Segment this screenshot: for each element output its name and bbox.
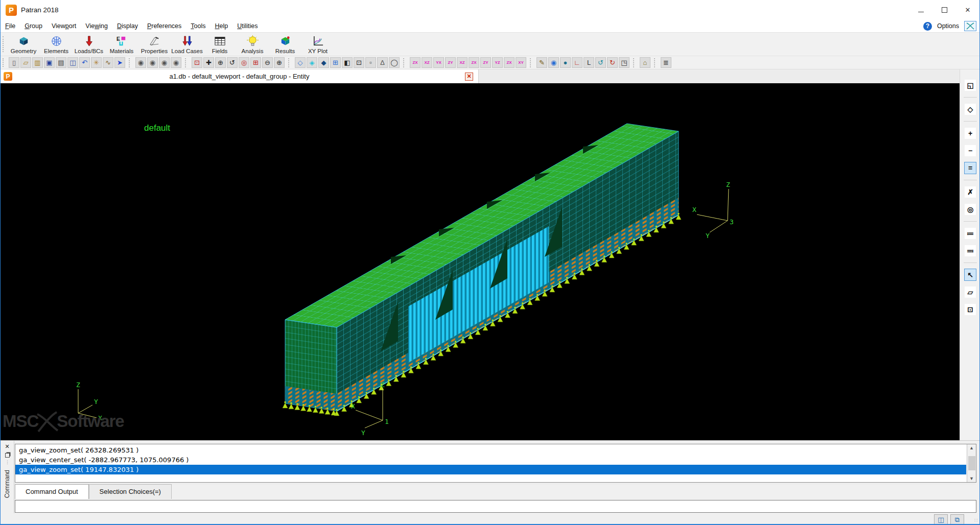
viewport-close-icon[interactable]: ✕	[465, 73, 473, 81]
free-edges-icon[interactable]: ▫	[365, 57, 376, 68]
shaded-globe-icon[interactable]: ●	[560, 57, 571, 68]
lasso-select-icon[interactable]: ◇	[964, 103, 976, 115]
mouse-pan-icon[interactable]: ◉	[159, 57, 170, 68]
xy-plot-button[interactable]: XY Plot	[301, 35, 334, 54]
fields-button[interactable]: Fields	[203, 35, 236, 54]
stop-hand-icon[interactable]: ✳	[91, 57, 102, 68]
sketch-pencil-icon[interactable]: ✎	[536, 57, 547, 68]
view-orientation-icon[interactable]: ZY	[480, 57, 491, 68]
multi-pane-icon[interactable]: ⊞	[330, 57, 341, 68]
menu-utilities[interactable]: Utilities	[232, 21, 262, 31]
copy-icon[interactable]: ◫	[67, 57, 78, 68]
zoom-out-icon[interactable]: ⊖	[262, 57, 273, 68]
viewport-tile-icon[interactable]: ◱	[964, 79, 976, 91]
menu-tools[interactable]: Tools	[186, 21, 210, 31]
resize-grip[interactable]: ∷	[974, 517, 978, 523]
view-orientation-icon[interactable]: XZ	[422, 57, 432, 68]
view-orientation-icon[interactable]: YX	[433, 57, 444, 68]
tab-command-output[interactable]: Command Output	[15, 484, 89, 499]
center-view-icon[interactable]: ⊕	[215, 57, 226, 68]
mouse-zoom-icon[interactable]: ◉	[171, 57, 181, 68]
open-file-icon[interactable]: ▱	[20, 57, 31, 68]
minimize-button[interactable]	[909, 0, 932, 20]
pick-tool-icon[interactable]: ➤	[114, 57, 125, 68]
zoom-window-icon[interactable]: ⊞	[250, 57, 261, 68]
view-orientation-icon[interactable]: ZX	[504, 57, 515, 68]
hiddenline-cube-icon[interactable]: ◈	[307, 57, 317, 68]
pan-view-icon[interactable]: ✚	[203, 57, 214, 68]
close-button[interactable]: ✕	[956, 0, 979, 20]
spin-view-icon[interactable]: ◎	[239, 57, 249, 68]
wireframe-globe-icon[interactable]: ◉	[548, 57, 559, 68]
fit-view-icon[interactable]: ⊡	[192, 57, 202, 68]
menu-help[interactable]: Help	[211, 21, 233, 31]
command-output-line[interactable]: ga_view_zoom_set( 19147.832031 )	[15, 465, 966, 474]
menu-group[interactable]: Group	[20, 21, 47, 31]
polygon-edit-icon[interactable]: ⊡	[964, 303, 976, 316]
panel-float-icon[interactable]	[5, 453, 10, 458]
view-orientation-icon[interactable]: ZX	[410, 57, 421, 68]
view-orientation-icon[interactable]: XY	[516, 57, 526, 68]
model-tree-icon[interactable]: ≣	[661, 57, 671, 68]
print-icon[interactable]: ▤	[56, 57, 66, 68]
graphics-viewport[interactable]: default Z Y X Z X Y 1 Z X Y 3 MSC	[1, 83, 960, 440]
save-file-icon[interactable]: ▣	[44, 57, 55, 68]
tile-windows-button[interactable]: ◫	[934, 514, 948, 525]
tab-selection-choices-[interactable]: Selection Choices(=)	[89, 484, 172, 499]
maximize-button[interactable]	[932, 0, 956, 20]
clean-viewport-icon[interactable]: ∿	[103, 57, 113, 68]
import-file-icon[interactable]: ▥	[32, 57, 43, 68]
zoom-out-icon[interactable]: −	[964, 145, 976, 157]
fit-view-icon[interactable]: =	[964, 162, 976, 174]
viewport-tab[interactable]: P a1.db - default_viewport - default_gro…	[1, 69, 479, 83]
panel-drag-handle[interactable]: ⋮	[5, 460, 9, 465]
abort-icon[interactable]: ✗	[964, 186, 976, 198]
analysis-button[interactable]: Analysis	[236, 35, 269, 54]
menu-file[interactable]: File	[1, 21, 20, 31]
loads-bcs-button[interactable]: Loads/BCs	[73, 35, 105, 54]
view-orientation-icon[interactable]: XZ	[457, 57, 468, 68]
shade-toggle-icon[interactable]: ◧	[342, 57, 353, 68]
properties-button[interactable]: Properties	[138, 35, 171, 54]
scroll-thumb[interactable]	[968, 456, 975, 470]
command-output-line[interactable]: ga_view_zoom_set( 26328.269531 )	[15, 445, 966, 455]
table-display-icon[interactable]: ◳	[619, 57, 629, 68]
results-button[interactable]: Results	[269, 35, 301, 54]
command-output-line[interactable]: ga_view_center_set( -2882.967773, 1075.0…	[15, 455, 966, 465]
options-menu[interactable]: Options	[937, 22, 959, 30]
cycle-colors-icon[interactable]: ↺	[595, 57, 606, 68]
shaded-cube-icon[interactable]: ◆	[318, 57, 329, 68]
output-scrollbar[interactable]: ▲ ▼	[967, 444, 976, 482]
undo-icon[interactable]: ↶	[79, 57, 90, 68]
help-icon[interactable]: ?	[923, 22, 932, 31]
menu-viewing[interactable]: Viewing	[81, 21, 112, 31]
label-control-icon[interactable]: L	[584, 57, 594, 68]
zoom-in-icon[interactable]: +	[964, 127, 976, 139]
select-cursor-icon[interactable]: ↖	[964, 269, 976, 281]
command-input[interactable]	[15, 500, 976, 513]
menu-preferences[interactable]: Preferences	[143, 21, 186, 31]
zoom-in-icon[interactable]: ⊕	[274, 57, 285, 68]
group-tree-icon[interactable]: ≕	[964, 245, 976, 257]
new-file-icon[interactable]: ▯	[9, 57, 19, 68]
pick-preferences-icon[interactable]: ◎	[964, 203, 976, 216]
reset-graphics-icon[interactable]: ↻	[607, 57, 618, 68]
smooth-render-icon[interactable]: ◯	[389, 57, 400, 68]
mouse-rotate-xy-icon[interactable]: ◉	[135, 57, 146, 68]
mouse-rotate-z-icon[interactable]: ◉	[147, 57, 158, 68]
view-orientation-icon[interactable]: ZY	[445, 57, 456, 68]
scroll-up-icon[interactable]: ▲	[969, 444, 974, 451]
toolbar-grip[interactable]	[3, 58, 5, 67]
materials-button[interactable]: EMaterials	[105, 35, 138, 54]
home-icon[interactable]: ⌂	[640, 57, 650, 68]
view-orientation-icon[interactable]: YZ	[492, 57, 503, 68]
panel-close-icon[interactable]: ✕	[5, 443, 9, 450]
rotate-view-icon[interactable]: ↺	[227, 57, 238, 68]
entity-labels-icon[interactable]: ⊡	[354, 57, 364, 68]
msc-logo-button[interactable]	[964, 21, 976, 31]
polygon-pick-icon[interactable]: ▱	[964, 286, 976, 298]
menu-viewport[interactable]: Viewport	[47, 21, 81, 31]
geometry-button[interactable]: Geometry	[7, 35, 40, 54]
menu-display[interactable]: Display	[112, 21, 143, 31]
view-orientation-icon[interactable]: ZX	[469, 57, 479, 68]
